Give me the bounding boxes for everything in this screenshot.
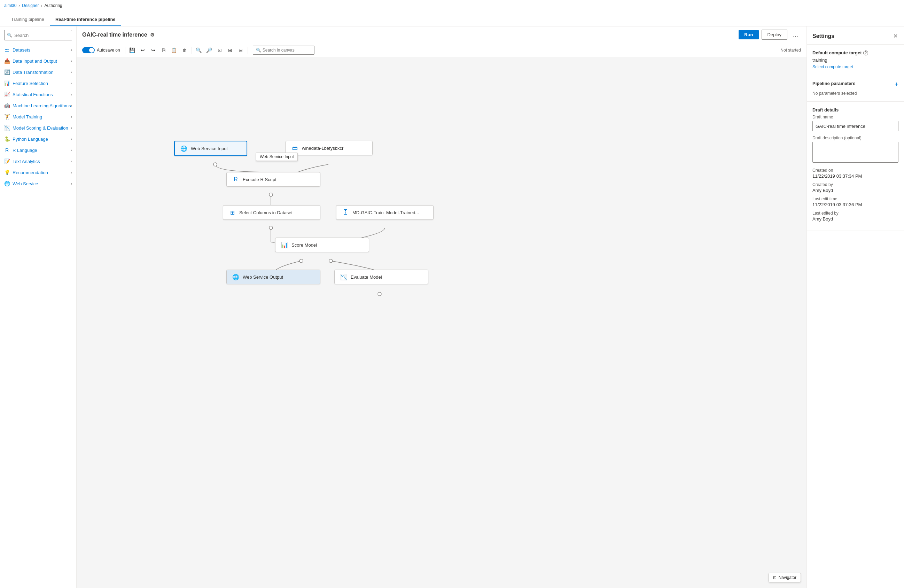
tab-bar: Training pipeline Real-time inference pi… [0, 11, 904, 27]
sidebar-item-label-web-service: Web Service [13, 181, 38, 187]
sidebar-item-left-machine-learning-algorithms: 🤖 Machine Learning Algorithms [4, 103, 71, 108]
svg-point-3 [299, 259, 303, 262]
sidebar-item-left-model-training: 🏋 Model Training [4, 114, 42, 120]
sidebar-item-model-scoring-evaluation[interactable]: 📉 Model Scoring & Evaluation › [0, 122, 76, 133]
chevron-right-icon-r-language: › [71, 149, 72, 152]
created-by-label: Created by [812, 182, 898, 187]
node-evaluate-model[interactable]: 📉 Evaluate Model [334, 270, 428, 284]
settings-params-header: Pipeline parameters + [812, 81, 898, 88]
sidebar-item-data-transformation[interactable]: 🔄 Data Transformation › [0, 66, 76, 78]
winedata-icon: 🗃 [291, 145, 299, 152]
tab-realtime-inference[interactable]: Real-time inference pipeline [50, 13, 121, 26]
execute-r-script-icon: R [232, 176, 239, 183]
canvas-title-container: GAIC-real time inference ⚙ [82, 32, 155, 38]
sidebar-item-label-model-training: Model Training [13, 114, 42, 120]
python-language-icon: 🐍 [4, 136, 10, 142]
autosave-switch[interactable] [82, 47, 95, 53]
save-button[interactable]: 💾 [128, 45, 137, 55]
copy-button[interactable]: ⎘ [159, 45, 169, 55]
node-winedata[interactable]: 🗃 winedata-1befysbxcr [286, 141, 373, 155]
settings-close-button[interactable]: ✕ [893, 32, 898, 40]
node-web-service-output[interactable]: 🌐 Web Service Output [226, 270, 320, 284]
svg-point-2 [269, 226, 273, 229]
paste-button[interactable]: 📋 [169, 45, 179, 55]
chevron-right-icon-python-language: › [71, 137, 72, 141]
run-button[interactable]: Run [739, 30, 759, 40]
sidebar-item-python-language[interactable]: 🐍 Python Language › [0, 133, 76, 145]
sidebar-item-model-training[interactable]: 🏋 Model Training › [0, 111, 76, 122]
canvas-search-input[interactable] [262, 48, 311, 52]
node-execute-r-script[interactable]: R Execute R Script [226, 172, 320, 187]
breadcrumb-sep-1: › [19, 3, 20, 8]
sidebar-item-feature-selection[interactable]: 📊 Feature Selection › [0, 78, 76, 89]
add-parameter-button[interactable]: + [895, 81, 898, 88]
draft-desc-textarea[interactable] [812, 142, 898, 163]
toolbar-separator-1 [125, 47, 125, 54]
sidebar-item-label-recommendation: Recommendation [13, 170, 48, 175]
tab-training-pipeline[interactable]: Training pipeline [6, 13, 50, 26]
toolbar-row: Autosave on 💾 ↩ ↪ ⎘ 📋 🗑 🔍 🔎 ⊡ ⊞ ⊟ 🔍 Not … [77, 43, 806, 57]
node-select-columns[interactable]: ⊞ Select Columns in Dataset [223, 205, 320, 220]
node-web-service-input[interactable]: 🌐 Web Service Input [174, 141, 247, 156]
undo-button[interactable]: ↩ [138, 45, 148, 55]
sidebar-item-label-machine-learning-algorithms: Machine Learning Algorithms [13, 103, 71, 108]
settings-header: Settings ✕ [807, 27, 904, 44]
sidebar-item-label-data-input-output: Data Input and Output [13, 58, 57, 64]
settings-params-title: Pipeline parameters [812, 81, 856, 86]
sidebar-item-statistical-functions[interactable]: 📈 Statistical Functions › [0, 89, 76, 100]
select-compute-link[interactable]: Select compute target [812, 65, 853, 69]
navigator-button[interactable]: ⊡ Navigator [768, 573, 801, 582]
machine-learning-algorithms-icon: 🤖 [4, 103, 10, 108]
node-score-model[interactable]: 📊 Score Model [275, 237, 369, 252]
breadcrumb-aiml30[interactable]: aiml30 [4, 3, 16, 8]
chevron-right-icon-text-analytics: › [71, 160, 72, 163]
sidebar-item-recommendation[interactable]: 💡 Recommendation › [0, 167, 76, 178]
web-service-input-icon: 🌐 [180, 145, 187, 152]
draft-desc-label: Draft description (optional) [812, 136, 898, 141]
svg-point-1 [269, 193, 273, 196]
redo-button[interactable]: ↪ [149, 45, 158, 55]
canvas[interactable]: 🌐 Web Service Input 🗃 winedata-1befysbxc… [77, 57, 806, 588]
chevron-right-icon-model-training: › [71, 115, 72, 119]
sidebar-item-text-analytics[interactable]: 📝 Text Analytics › [0, 156, 76, 167]
node-md-gaic-train[interactable]: 🗄 MD-GAIC-Train_Model-Trained... [336, 205, 433, 220]
delete-button[interactable]: 🗑 [180, 45, 190, 55]
zoom-out-button[interactable]: 🔍 [194, 45, 204, 55]
more-button[interactable]: ... [790, 30, 801, 40]
chevron-right-icon-data-transformation: › [71, 70, 72, 74]
sidebar-item-left-text-analytics: 📝 Text Analytics [4, 158, 40, 164]
settings-compute-section: Default compute target ? training Select… [807, 44, 904, 75]
settings-params-section: Pipeline parameters + No parameters sele… [807, 75, 904, 102]
node-label-score-model: Score Model [291, 242, 317, 248]
fit-button[interactable]: ⊡ [215, 45, 224, 55]
zoom-in-button[interactable]: 🔎 [204, 45, 214, 55]
svg-point-4 [329, 259, 333, 262]
layout-button[interactable]: ⊞ [225, 45, 235, 55]
feature-selection-icon: 📊 [4, 81, 10, 86]
sidebar-item-machine-learning-algorithms[interactable]: 🤖 Machine Learning Algorithms › [0, 100, 76, 111]
sidebar-item-r-language[interactable]: R R Language › [0, 145, 76, 156]
gear-icon[interactable]: ⚙ [150, 32, 155, 38]
sidebar-item-label-text-analytics: Text Analytics [13, 159, 40, 164]
r-language-icon: R [4, 147, 10, 153]
sidebar-item-left-recommendation: 💡 Recommendation [4, 170, 48, 175]
sidebar-item-data-input-output[interactable]: 📥 Data Input and Output › [0, 55, 76, 66]
breadcrumb-designer[interactable]: Designer [22, 3, 39, 8]
sidebar-item-datasets[interactable]: 🗃 Datasets › [0, 44, 76, 55]
sidebar-item-web-service[interactable]: 🌐 Web Service › [0, 178, 76, 189]
search-input[interactable] [4, 30, 72, 40]
settings-panel: Settings ✕ Default compute target ? trai… [806, 27, 904, 588]
grid-button[interactable]: ⊟ [236, 45, 245, 55]
svg-point-5 [378, 292, 381, 296]
draft-name-input[interactable] [812, 121, 898, 131]
compute-info-icon[interactable]: ? [863, 51, 868, 55]
settings-compute-title: Default compute target ? [812, 50, 898, 55]
last-edit-label: Last edit time [812, 196, 898, 201]
settings-draft-section: Draft details Draft name Draft descripti… [807, 102, 904, 231]
sidebar-item-left-data-transformation: 🔄 Data Transformation [4, 69, 54, 75]
status-badge: Not started [781, 48, 801, 52]
deploy-button[interactable]: Deploy [762, 30, 787, 40]
last-edit-value: 11/22/2019 03:37:36 PM [812, 202, 898, 207]
node-label-md-gaic-train: MD-GAIC-Train_Model-Trained... [352, 210, 419, 215]
score-model-icon: 📊 [281, 242, 288, 248]
